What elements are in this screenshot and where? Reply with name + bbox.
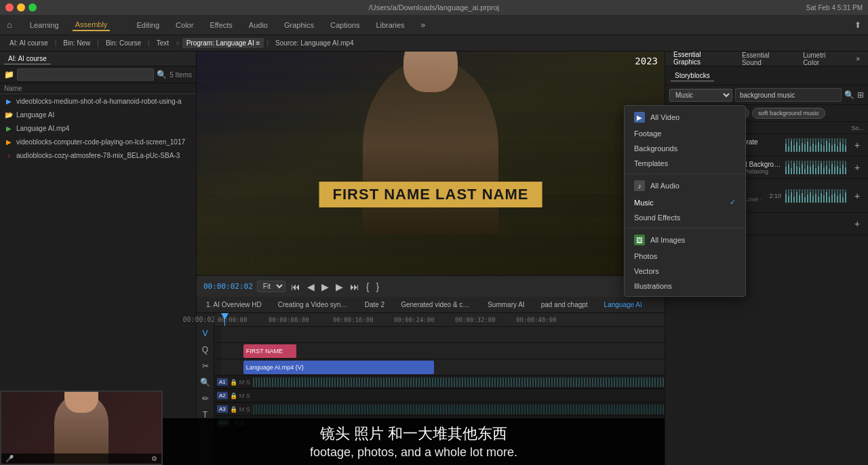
tab-essential-sound[interactable]: Essential Sound — [738, 50, 793, 68]
sec-nav-text[interactable]: Text — [153, 38, 173, 48]
dropdown-templates[interactable]: Templates — [625, 156, 745, 171]
dropdown-backgrounds[interactable]: Backgrounds — [625, 141, 745, 156]
left-panel-folder-icon[interactable]: 📁 — [4, 70, 14, 79]
waveform-2 — [785, 161, 846, 174]
tab-lumetri[interactable]: Lumetri Color — [799, 50, 846, 68]
track-v1: Language AI.mp4 (V) — [214, 359, 665, 376]
nav-effects[interactable]: Effects — [207, 20, 235, 31]
nav-learning[interactable]: Learning — [27, 20, 62, 31]
sec-nav-bin-course[interactable]: Bin: Course — [102, 38, 145, 48]
add-btn-3[interactable]: + — [850, 189, 864, 203]
tl-tab-4[interactable]: Generated video & creating a Template — [395, 300, 477, 310]
lock-icon: 🔒 — [230, 406, 237, 413]
dropdown-all-images[interactable]: 🖼 All Images — [625, 231, 745, 249]
tl-tab-6[interactable]: pad and chagpt — [536, 300, 593, 310]
in-point-btn[interactable]: { — [365, 280, 371, 294]
tag-2[interactable]: soft background music — [752, 108, 825, 119]
tl-tab-3[interactable]: Date 2 — [359, 300, 390, 310]
dropdown-illustrations[interactable]: Illustrations — [625, 279, 745, 294]
media-type-select[interactable]: Music All Video Footage Backgrounds Temp… — [669, 89, 732, 102]
razor-tool[interactable]: ✂ — [201, 360, 210, 372]
nav-assembly[interactable]: Assembly — [73, 19, 111, 31]
fit-select[interactable]: Fit — [257, 281, 285, 292]
dropdown-music[interactable]: Music ✓ — [625, 195, 745, 210]
nav-captions[interactable]: Captions — [328, 20, 362, 31]
subtitle-chinese: 镜头 照片 和一大堆其他东西 — [176, 424, 651, 444]
tl-tab-1[interactable]: 1. AI Overview HD — [201, 300, 267, 310]
nav-more[interactable]: » — [418, 19, 429, 31]
play-back-btn[interactable]: ⏮ — [290, 280, 302, 294]
zoom-tool[interactable]: 🔍 — [199, 376, 212, 388]
ripple-tool[interactable]: Q — [201, 344, 210, 356]
monitor-controls: 00:00:02:02 Fit ⏮ ◀ ▶ ▶ ⏭ { } 1/2 ⚙ — [197, 275, 665, 297]
left-panel-search[interactable] — [17, 68, 154, 81]
top-nav: ⌂ Learning Assembly · Editing Color Effe… — [0, 15, 868, 35]
timeline-tabs: 1. AI Overview HD Creating a Video synth… — [197, 297, 665, 313]
dropdown-all-video[interactable]: ▶ All Video — [625, 108, 745, 126]
dropdown-sound-effects[interactable]: Sound Effects — [625, 210, 745, 225]
dropdown-vectors[interactable]: Vectors — [625, 264, 745, 279]
subtitle-overlay: 镜头 照片 和一大堆其他东西 footage, photos, and a wh… — [163, 418, 665, 465]
storyblocks-tab[interactable]: Storyblocks — [671, 70, 714, 81]
webcam-settings-icon[interactable]: ⚙ — [151, 455, 157, 462]
add-btn-4[interactable]: + — [850, 217, 864, 230]
step-forward-btn[interactable]: ▶ — [320, 280, 330, 294]
upload-icon[interactable]: ⬆ — [854, 20, 861, 30]
storyblocks-search-bar: Music All Video Footage Backgrounds Temp… — [665, 85, 868, 105]
list-item[interactable]: ▶ videoblocks-computer-code-playing-on-l… — [0, 135, 196, 148]
tab-more[interactable]: » — [852, 54, 864, 64]
storyblocks-search-input[interactable] — [735, 88, 842, 102]
track-a1-btn[interactable]: A1 — [217, 378, 228, 386]
clip-firstname[interactable]: FIRST NAME — [243, 344, 296, 358]
out-point-btn[interactable]: } — [375, 280, 381, 294]
dropdown-all-audio[interactable]: ♪ All Audio — [625, 177, 745, 195]
tab-essential-graphics[interactable]: Essential Graphics — [669, 49, 732, 68]
sec-nav-ai[interactable]: AI: AI course — [5, 38, 52, 48]
dropdown-footage[interactable]: Footage — [625, 126, 745, 141]
add-btn-1[interactable]: + — [850, 138, 864, 152]
list-item[interactable]: ♪ audioblocks-cozy-atmosfere-78-mix_BELa… — [0, 148, 196, 162]
maximize-button[interactable] — [28, 3, 37, 12]
sec-nav-program[interactable]: Program: Language AI ≡ — [182, 38, 264, 48]
list-item[interactable]: 📂 Language AI — [0, 108, 196, 121]
video-person-head — [403, 52, 458, 92]
list-item[interactable]: ▶ videoblocks-medium-shot-of-a-humanoid-… — [0, 94, 196, 108]
file-type-icon: ▶ — [4, 96, 14, 106]
time-marker-4: 00:00:32:00 — [455, 317, 496, 323]
track-a2-btn[interactable]: A2 — [217, 392, 228, 399]
track-v2: FIRST NAME — [214, 343, 665, 359]
dropdown-photos[interactable]: Photos — [625, 249, 745, 264]
left-panel-search-icon[interactable]: 🔍 — [157, 70, 167, 79]
add-btn-2[interactable]: + — [850, 161, 864, 174]
step-back-btn[interactable]: ◀ — [306, 280, 316, 294]
selection-tool[interactable]: V — [201, 327, 209, 340]
list-item[interactable]: ▶ Language AI.mp4 — [0, 121, 196, 135]
time-marker-3: 00:00:24:00 — [394, 317, 435, 323]
close-button[interactable] — [5, 3, 14, 12]
clip-languageai[interactable]: Language AI.mp4 (V) — [243, 361, 434, 374]
nav-color[interactable]: Color — [173, 20, 196, 31]
storyblocks-grid-button[interactable]: ⊞ — [857, 90, 864, 100]
sec-nav-source[interactable]: Source: Language AI.mp4 — [271, 38, 358, 48]
play-forward-btn[interactable]: ⏭ — [349, 280, 361, 294]
nav-editing[interactable]: Editing — [134, 20, 162, 31]
play-btn[interactable]: ▶ — [334, 280, 344, 294]
file-type-icon: 📂 — [4, 110, 14, 119]
tl-tab-2[interactable]: Creating a Video synthesis — [273, 300, 354, 310]
audio-waveform-a3 — [253, 405, 665, 414]
file-name: videoblocks-medium-shot-of-a-humanoid-ro… — [16, 98, 192, 105]
tl-tab-7[interactable]: Language AI — [599, 300, 648, 310]
storyblocks-header: Storyblocks — [665, 66, 868, 85]
minimize-button[interactable] — [17, 3, 25, 12]
track-a3-btn[interactable]: A3 — [217, 405, 228, 413]
panel-tab-ai[interactable]: AI: AI course — [4, 54, 51, 64]
tl-tab-5[interactable]: Summary AI — [482, 300, 530, 310]
nav-audio[interactable]: Audio — [246, 20, 271, 31]
home-icon[interactable]: ⌂ — [7, 20, 12, 30]
nav-graphics[interactable]: Graphics — [281, 20, 317, 31]
storyblocks-search-button[interactable]: 🔍 — [844, 90, 854, 100]
nav-libraries[interactable]: Libraries — [373, 20, 407, 31]
nav-right-icons: ⬆ — [854, 20, 861, 30]
pen-tool[interactable]: ✏ — [201, 392, 210, 405]
sec-nav-bin-new[interactable]: Bin: New — [59, 38, 94, 48]
